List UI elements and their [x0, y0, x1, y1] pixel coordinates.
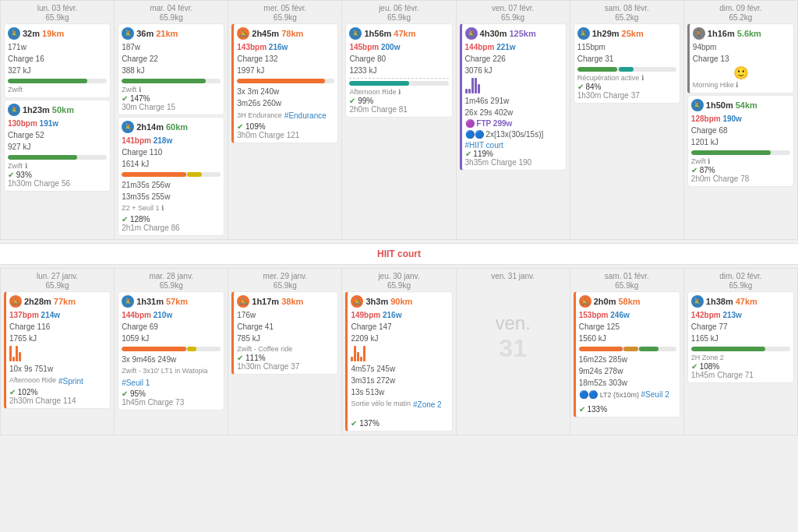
activity-card[interactable]: 🚶 1h16m 5.6km 94bpm Charge 13 🙂 Morning … [687, 23, 794, 93]
detail-line: 1765 kJ [9, 333, 107, 344]
progress-fill [122, 172, 186, 177]
progress-fill-2 [187, 347, 197, 351]
progress-bar [8, 155, 107, 160]
progress-bar [579, 347, 676, 351]
emoji: 🙂 [693, 65, 790, 80]
dotted-divider [349, 78, 448, 79]
activity-card[interactable]: 🚴 2h0m 58km 153bpm 246w Charge 125 1560 … [574, 291, 680, 417]
day-sam-08: sam. 08 févr. 65.2kg 🚴 1h29m 25km 115bpm… [570, 1, 684, 239]
activity-card[interactable]: 🚴 1h17m 38km 176w Charge 41 785 kJ Zwift… [231, 291, 338, 375]
week-row-2: lun. 27 janv. 65.9kg 🚴 2h28m 77km 137bpm… [0, 268, 798, 435]
app-label: Zwift ℹ [8, 162, 107, 170]
detail-line: 4m57s 245w [351, 363, 448, 375]
detail-line: Charge 68 [691, 125, 790, 136]
act-details: 176w Charge 41 785 kJ [237, 309, 334, 344]
spark-bar [12, 357, 15, 361]
check-percent: ✔ 133% [579, 405, 676, 414]
spark-bar [471, 78, 474, 93]
day-weight: 65.2kg [687, 13, 794, 22]
detail-line: Charge 147 [351, 321, 448, 333]
day-header: lun. 27 janv. [4, 270, 111, 281]
day-weight: 65.9kg [687, 281, 794, 290]
activity-card[interactable]: 🚴 1h56m 47km 145bpm 200w Charge 80 1233 … [345, 23, 452, 118]
detail-line: 785 kJ [237, 333, 334, 344]
progress-fill-2 [187, 172, 202, 177]
detail-line: 1165 kJ [691, 333, 790, 344]
bike-icon: 🚴 [237, 295, 249, 308]
detail-line: 144bpm 221w [465, 41, 563, 53]
progress-fill-3 [639, 347, 659, 351]
detail-line: 1201 kJ [691, 136, 790, 148]
act-header: 🚴 2h14m 60km [122, 121, 221, 133]
detail-line: 3076 kJ [465, 65, 563, 76]
day-weight: 65.9kg [574, 281, 680, 290]
act-header: 🚴 32m 19km [8, 27, 107, 40]
activity-card[interactable]: 🚴 2h45m 78km 143bpm 216w Charge 132 1997… [231, 23, 338, 143]
activity-card[interactable]: 🚴 4h30m 125km 144bpm 221w Charge 226 307… [460, 23, 567, 171]
bike-icon: 🚴 [579, 295, 591, 308]
detail-line: 327 kJ [8, 65, 107, 76]
activity-card[interactable]: 🚴 32m 19km 171w Charge 16 327 kJ Zwift [4, 23, 111, 98]
day-weight: 65.9kg [118, 281, 224, 290]
detail-line: Charge 110 [122, 146, 221, 158]
day-weight: 65.9kg [345, 281, 452, 290]
day-lun-03: lun. 03 févr. 65.9kg 🚴 32m 19km 171w Cha… [1, 1, 115, 239]
spark-bar [351, 357, 353, 361]
detail-line: 149bpm 216w [351, 309, 448, 321]
act-details: 137bpm 214w Charge 116 1765 kJ [9, 309, 107, 344]
spark-bar [363, 346, 365, 361]
activity-card[interactable]: 🚴 1h23m 50km 130bpm 191w Charge 52 927 k… [4, 100, 111, 192]
detail-line: 115bpm [577, 41, 676, 53]
day-dim-09: dim. 09 févr. 65.2kg 🚶 1h16m 5.6km 94bpm… [684, 1, 797, 239]
activity-card[interactable]: 🚴 1h50m 54km 128bpm 190w Charge 68 1201 … [687, 95, 794, 187]
day-header: dim. 09 févr. [687, 2, 794, 13]
charge-label: 1h30m Charge 37 [577, 91, 676, 100]
spark-bar [360, 357, 362, 361]
act-details: 171w Charge 16 327 kJ [8, 41, 107, 76]
check-percent: ✔ 87% [691, 166, 790, 174]
activity-card[interactable]: 🚴 2h14m 60km 141bpm 218w Charge 110 1614… [118, 117, 224, 236]
detail-line: 13m35s 255w [122, 191, 221, 203]
day-mer-29: mer. 29 janv. 65.9kg 🚴 1h17m 38km 176w C… [228, 269, 342, 435]
progress-bar [8, 79, 107, 83]
charge-label: 1h45m Charge 73 [122, 398, 221, 407]
act-name: Afternoon Ride #Sprint [9, 375, 107, 387]
detail-line: 137bpm 214w [9, 309, 107, 321]
detail-line: 388 kJ [122, 65, 221, 76]
charge-label: 1h45m Charge 71 [691, 371, 790, 379]
detail-line: 94bpm [693, 41, 790, 53]
detail-line: 21m35s 256w [122, 179, 221, 191]
sparkline [465, 78, 563, 93]
activity-card[interactable]: 🚴 1h29m 25km 115bpm Charge 31 Récupérati… [574, 23, 680, 104]
spark-bar [354, 346, 356, 361]
act-dist: 78km [281, 29, 303, 38]
detail-line: 3m26s 260w [237, 97, 334, 109]
act-dist: 47km [736, 297, 757, 306]
day-header: mar. 04 févr. [118, 2, 224, 13]
activity-card[interactable]: 🚴 36m 21km 187w Charge 22 388 kJ Zwift ℹ… [118, 23, 224, 115]
check-percent: ✔ 93% [8, 171, 107, 179]
app-label: Zwift - Coffee ride [237, 345, 334, 353]
day-header: jeu. 06 févr. [345, 2, 452, 13]
progress-bar [691, 347, 790, 351]
activity-card[interactable]: 🚴 2h28m 77km 137bpm 214w Charge 116 1765… [4, 291, 111, 409]
act-time: 4h30m [480, 29, 507, 38]
detail-line: 1m46s 291w [465, 95, 563, 107]
act-details: 115bpm Charge 31 [577, 41, 676, 65]
day-header: jeu. 30 janv. [345, 270, 452, 281]
progress-fill [8, 155, 77, 160]
check-percent: ✔ 147% [122, 94, 221, 103]
activity-card[interactable]: 🚴 1h31m 57km 144bpm 210w Charge 69 1059 … [118, 291, 224, 411]
activity-card[interactable]: 🚴 1h38m 47km 142bpm 213w Charge 77 1165 … [687, 291, 794, 383]
day-number: 31 [460, 334, 567, 363]
act-details: 153bpm 246w Charge 125 1560 kJ [579, 309, 676, 344]
detail-line: 176w [237, 309, 334, 321]
activity-card[interactable]: 🚴 3h3m 90km 149bpm 216w Charge 147 2209 … [345, 291, 452, 432]
detail-line: 141bpm 218w [122, 135, 221, 146]
extra-details: 3x 3m 240w 3m26s 260w 3H Endurance #Endu… [237, 86, 334, 122]
walk-icon: 🚶 [693, 27, 705, 40]
extra-details: 4m57s 245w 3m31s 272w 13s 513w Sortie vé… [351, 363, 448, 410]
act-details: 144bpm 210w Charge 69 1059 kJ [122, 309, 221, 344]
check-percent: ✔ 99% [349, 97, 448, 105]
day-header: dim. 02 févr. [687, 270, 794, 281]
